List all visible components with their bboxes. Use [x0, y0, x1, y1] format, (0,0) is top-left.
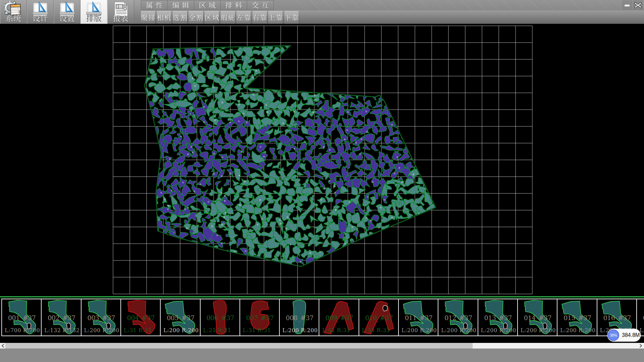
part-cell-010_#37[interactable]: 010_#37L:33 R:33 — [359, 299, 399, 336]
part-name: 014_#37 — [518, 314, 557, 321]
tab-interaction[interactable] — [247, 0, 273, 10]
part-lr-count: L:21 R:21 — [203, 327, 231, 334]
part-lr-count: L:200 R:200 — [282, 327, 318, 334]
scrollbar-thumb[interactable] — [5, 343, 473, 349]
part-cell-006_#37[interactable]: 006_#37L:21 R:21 — [200, 299, 240, 336]
part-cell-011_#37[interactable]: 011_#37L:200 R:200 — [398, 299, 438, 336]
part-name: 001_#37 — [2, 314, 42, 321]
scroll-right-button[interactable] — [638, 343, 643, 349]
parts-strip: 001_#37L:700 R:700002_#37L:132 R:132003_… — [0, 299, 644, 336]
action-button-cut-all[interactable] — [189, 11, 203, 24]
action-button-snap-down[interactable] — [284, 11, 299, 24]
cjk-glyph — [252, 2, 259, 9]
action-button-camera[interactable] — [157, 11, 171, 24]
part-cell-007_#37[interactable]: 007_#37L:31 R:31 — [239, 299, 280, 336]
app-button-report[interactable] — [107, 0, 134, 24]
part-lr-count: L:200 R:200 — [640, 327, 644, 334]
action-button-snap-left[interactable] — [236, 11, 251, 24]
cjk-glyph — [157, 14, 164, 21]
cjk-glyph — [156, 2, 163, 9]
cjk-glyph — [6, 14, 13, 22]
action-button-cluster-nest[interactable] — [141, 11, 155, 24]
part-lr-count: L:200 R:200 — [560, 327, 595, 334]
app-button-system[interactable] — [0, 0, 27, 24]
app-toolbar — [0, 0, 141, 24]
action-button-select-cut[interactable] — [173, 11, 187, 24]
nesting-canvas[interactable] — [0, 24, 644, 296]
part-cell-008_#37[interactable]: 008_#37L:200 R:200 — [279, 299, 319, 336]
action-button-snap-up[interactable] — [268, 11, 283, 24]
cjk-glyph — [121, 14, 128, 22]
part-cell-014_#37[interactable]: 014_#37L:200 R:200 — [517, 299, 557, 336]
app-button-design[interactable] — [27, 0, 54, 24]
cjk-glyph — [173, 14, 180, 21]
cjk-glyph — [146, 2, 153, 9]
tab-region[interactable] — [194, 0, 220, 10]
part-lr-count: L:200 R:200 — [481, 327, 516, 334]
status-bar — [0, 349, 644, 362]
cjk-glyph — [94, 14, 102, 22]
part-cell-003_#37[interactable]: 003_#37L:200 R:200 — [81, 299, 121, 336]
cjk-glyph — [262, 2, 269, 9]
part-name: 009_#37 — [319, 314, 359, 321]
menu-zone — [141, 0, 644, 24]
usage-percent: 38% — [610, 333, 617, 337]
app-label-system — [0, 14, 26, 23]
part-name: 007_#37 — [240, 314, 280, 321]
part-cell-012_#37[interactable]: 012_#37L:200 R:200 — [438, 299, 478, 336]
chevron-right-icon — [639, 344, 642, 348]
cjk-glyph — [235, 2, 242, 9]
part-name: 005_#37 — [161, 314, 200, 321]
part-cell-004_#37[interactable]: 004_#37L:31 R:31 — [120, 299, 161, 336]
tab-properties[interactable] — [141, 0, 167, 10]
app-button-settings[interactable] — [54, 0, 80, 24]
action-button-snap-right[interactable] — [253, 11, 267, 24]
part-name: 006_#37 — [201, 314, 240, 321]
menu-tabs — [141, 0, 274, 10]
part-cell-013_#37[interactable]: 013_#37L:200 R:200 — [478, 299, 518, 336]
app-label-design — [27, 14, 53, 23]
cjk-glyph — [244, 14, 251, 21]
scroll-left-button[interactable] — [0, 343, 5, 349]
part-cell-015_#37[interactable]: 015_#37L:200 R:200 — [557, 299, 597, 336]
part-lr-count: L:32 R:31 — [322, 327, 350, 334]
tab-edit[interactable] — [167, 0, 194, 10]
part-cell-001_#37[interactable]: 001_#37L:700 R:700 — [1, 299, 42, 336]
cjk-glyph — [228, 14, 235, 21]
action-button-area[interactable] — [205, 11, 219, 24]
part-name: 002_#37 — [42, 314, 81, 321]
cjk-glyph — [205, 14, 212, 21]
cjk-glyph — [164, 14, 171, 21]
menu-tab-row — [141, 0, 644, 10]
app-button-nesting[interactable] — [80, 0, 107, 24]
cjk-glyph — [260, 14, 267, 21]
part-lr-count: L:200 R:200 — [521, 327, 556, 334]
cjk-glyph — [199, 2, 206, 9]
part-name: 004_#37 — [121, 314, 161, 321]
tab-nest[interactable] — [220, 0, 247, 10]
close-button[interactable] — [633, 1, 643, 10]
cjk-glyph — [268, 14, 275, 21]
part-lr-count: L:700 R:700 — [5, 327, 40, 334]
part-cell-002_#37[interactable]: 002_#37L:132 R:132 — [41, 299, 81, 336]
action-button-defect[interactable] — [221, 11, 235, 24]
app-label-settings — [54, 14, 80, 23]
part-lr-count: L:200 R:200 — [163, 327, 199, 334]
minimize-button[interactable] — [623, 1, 632, 10]
cjk-glyph — [141, 14, 148, 21]
action-button-row — [141, 10, 644, 24]
horizontal-scrollbar[interactable] — [0, 343, 644, 349]
cjk-glyph — [209, 2, 216, 9]
part-cell-005_#37[interactable]: 005_#37L:200 R:200 — [160, 299, 200, 336]
cjk-glyph — [284, 14, 291, 21]
part-lr-count: L:33 R:33 — [362, 327, 390, 334]
cjk-glyph — [182, 2, 189, 9]
cjk-glyph — [67, 14, 75, 22]
part-lr-count: L:200 R:200 — [84, 327, 119, 334]
part-cell-009_#37[interactable]: 009_#37L:32 R:31 — [319, 299, 359, 336]
usage-percent-badge: 38% — [608, 329, 619, 341]
cjk-glyph — [172, 2, 179, 9]
cjk-glyph — [33, 14, 40, 22]
part-name: 017_#37 — [637, 314, 644, 321]
part-lr-count: L:200 R:200 — [401, 327, 437, 334]
